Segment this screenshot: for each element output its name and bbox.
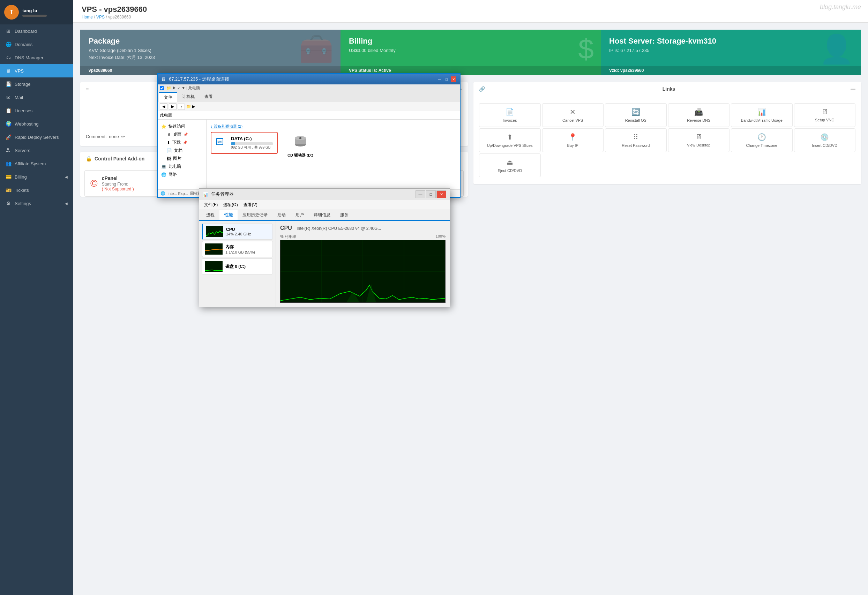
link-buy-ip[interactable]: 📍 Buy IP <box>542 128 604 152</box>
rdp-tab-view[interactable]: 查看 <box>199 92 218 102</box>
c-drive-info: DATA (C:) 992 GB 可用，共 999 GB <box>231 136 273 150</box>
tm-menu-view[interactable]: 查看(V) <box>241 201 260 209</box>
sidebar-item-billing[interactable]: 💳 Billing ◀ <box>0 170 73 183</box>
tm-tab-services[interactable]: 服务 <box>335 210 353 220</box>
eject-cd-label: Eject CD/DVD <box>497 168 522 173</box>
rdp-forward[interactable]: ▶ <box>169 103 177 110</box>
sidebar-item-vps[interactable]: 🖥 VPS <box>0 64 73 77</box>
link-view-desktop[interactable]: 🖥 View Desktop <box>668 128 730 152</box>
tm-maximize[interactable]: □ <box>426 190 436 198</box>
tm-disk-item[interactable]: 磁盘 0 (C:) <box>202 258 273 274</box>
c-drive-bar <box>231 142 273 145</box>
rdp-back[interactable]: ◀ <box>160 103 167 110</box>
tm-tab-details[interactable]: 详细信息 <box>309 210 335 220</box>
tm-menu-file[interactable]: 文件(F) <box>201 201 220 209</box>
desktop-label: 桌面 <box>173 131 182 137</box>
licenses-icon: 📋 <box>6 108 11 113</box>
rdp-quick-access[interactable]: ⭐ 快速访问 <box>160 122 204 130</box>
sidebar-item-settings[interactable]: ⚙ Settings ◀ <box>0 197 73 210</box>
d-drive-box[interactable]: CD 驱动器 (D:) <box>285 132 316 161</box>
link-reinstall-os[interactable]: 🔄 Reinstall OS <box>605 103 667 127</box>
rdp-minimize[interactable]: — <box>437 77 442 82</box>
svg-rect-8 <box>205 243 223 255</box>
rdp-up[interactable]: ↑ <box>178 104 185 110</box>
host-card: Host Server: Storage-kvm310 IP is: 67.21… <box>601 29 861 75</box>
rdp-tab-file[interactable]: 文件 <box>159 92 177 102</box>
vps-status-value: Active <box>378 68 391 73</box>
sidebar-item-affiliate[interactable]: 👥 Affiliate System <box>0 157 73 170</box>
link-bandwidth[interactable]: 📊 Bandwidth/Traffic Usage <box>731 103 793 127</box>
c-drive-box[interactable]: WIN DATA (C:) 992 GB 可用，共 999 GB <box>211 132 278 154</box>
sidebar-item-servers[interactable]: 🖧 Servers <box>0 144 73 157</box>
rdp-checkbox[interactable] <box>160 86 164 90</box>
tm-close[interactable]: ✕ <box>437 190 446 198</box>
c-drive-icon: WIN <box>216 135 228 150</box>
rdp-pictures[interactable]: 🖼 图片 <box>160 155 204 162</box>
sidebar-item-dashboard[interactable]: ⊞ Dashboard <box>0 24 73 38</box>
tm-tab-processes[interactable]: 进程 <box>201 210 220 220</box>
rdp-c-drive[interactable]: WIN DATA (C:) 992 GB 可用，共 999 GB <box>211 132 278 154</box>
username-bar <box>22 15 47 17</box>
avatar: T <box>4 5 19 19</box>
rdp-close[interactable]: ✕ <box>451 77 456 82</box>
sidebar-item-dns[interactable]: 🗂 DNS Manager <box>0 51 73 64</box>
vps-info-icon: ≡ <box>86 86 89 92</box>
rdp-this-pc[interactable]: 💻 此电脑 <box>160 162 204 171</box>
sidebar-item-rapid-deploy[interactable]: 🚀 Rapid Deploy Servers <box>0 130 73 144</box>
link-upgrade-vps[interactable]: ⬆ Up/Downgrade VPS Slices <box>479 128 541 152</box>
package-title: Package <box>89 37 332 46</box>
link-eject-cd[interactable]: ⏏ Eject CD/DVD <box>479 153 541 177</box>
sidebar-item-licenses[interactable]: 📋 Licenses <box>0 104 73 117</box>
rdp-tab-computer[interactable]: 计算机 <box>177 92 199 102</box>
breadcrumb-home[interactable]: Home <box>82 15 93 19</box>
tm-cpu-item[interactable]: CPU 14% 2.40 GHz <box>202 224 273 240</box>
tm-tabs: 进程 性能 应用历史记录 启动 用户 详细信息 服务 <box>199 210 450 221</box>
sidebar-header: T tang lu <box>0 0 73 24</box>
link-cancel-vps[interactable]: ✕ Cancel VPS <box>542 103 604 127</box>
links-collapse[interactable]: — <box>850 86 855 92</box>
downloads-label: 下载 <box>172 140 181 146</box>
storage-icon: 💾 <box>6 81 11 87</box>
rdp-window[interactable]: 🖥 67.217.57.235 - 远程桌面连接 — □ ✕ 📁 ▶ ✓ ▼ |… <box>157 73 461 198</box>
pin-icon: 📌 <box>183 133 188 136</box>
link-setup-vnc[interactable]: 🖥 Setup VNC <box>794 103 856 127</box>
task-manager-window[interactable]: 📊 任务管理器 — □ ✕ 文件(F) 选项(O) 查看(V) 进程 性能 <box>199 189 450 307</box>
rdp-downloads[interactable]: ⬇ 下载 📌 <box>160 138 204 146</box>
change-timezone-icon: 🕐 <box>757 133 766 141</box>
rdp-maximize[interactable]: □ <box>444 77 449 82</box>
tm-minimize[interactable]: — <box>415 190 425 198</box>
reverse-dns-label: Reverse DNS <box>687 118 710 122</box>
link-change-timezone[interactable]: 🕐 Change Timezone <box>731 128 793 152</box>
link-reset-password[interactable]: ⠿ Reset Password <box>605 128 667 152</box>
sidebar-item-webhosting[interactable]: 🌍 Webhosting <box>0 117 73 130</box>
sidebar-item-domains[interactable]: 🌐 Domains <box>0 38 73 51</box>
rdp-d-drive[interactable]: CD 驱动器 (D:) <box>285 132 316 161</box>
reinstall-os-icon: 🔄 <box>632 108 640 116</box>
rdp-documents[interactable]: 📄 文档 <box>160 146 204 155</box>
rdp-address-label: 此电脑 <box>160 112 172 118</box>
rdp-desktop[interactable]: 🖥 桌面 📌 <box>160 130 204 138</box>
tm-tab-startup[interactable]: 启动 <box>273 210 291 220</box>
billing-bg-icon: $ <box>579 33 594 65</box>
rdp-network[interactable]: 🌐 网络 <box>160 171 204 178</box>
breadcrumb-vps[interactable]: VPS <box>96 15 105 19</box>
cpanel-icon: © <box>90 178 98 189</box>
invoices-label: Invoices <box>503 118 517 122</box>
rdp-devices-title[interactable]: ↓ 设备和驱动器 (2) <box>211 124 456 129</box>
tm-tab-users[interactable]: 用户 <box>291 210 309 220</box>
link-invoices[interactable]: 📄 Invoices <box>479 103 541 127</box>
tm-right-pane: CPU Intel(R) Xeon(R) CPU E5-2680 v4 @ 2.… <box>276 221 450 307</box>
webhosting-icon: 🌍 <box>6 121 11 127</box>
billing-card-title: Billing <box>349 37 592 46</box>
tm-ram-item[interactable]: 内存 1.1/2.0 GB (55%) <box>202 241 273 257</box>
tm-tab-app-history[interactable]: 应用历史记录 <box>238 210 273 220</box>
link-reverse-dns[interactable]: 📠 Reverse DNS <box>668 103 730 127</box>
link-insert-cd[interactable]: 💿 Insert CD/DVD <box>794 128 856 152</box>
sidebar-item-tickets[interactable]: 🎫 Tickets <box>0 183 73 197</box>
edit-comment-icon[interactable]: ✏ <box>121 134 125 139</box>
sidebar-item-storage[interactable]: 💾 Storage <box>0 77 73 91</box>
tm-menu-options[interactable]: 选项(O) <box>220 201 241 209</box>
setup-vnc-icon: 🖥 <box>821 108 828 116</box>
tm-tab-performance[interactable]: 性能 <box>220 210 238 221</box>
sidebar-item-mail[interactable]: ✉ Mail <box>0 91 73 104</box>
